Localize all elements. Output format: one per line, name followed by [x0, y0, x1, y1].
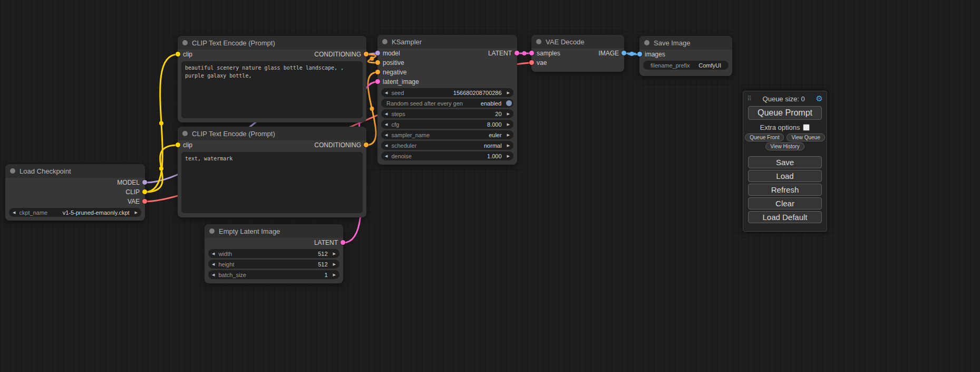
- input-port-positive[interactable]: [375, 60, 380, 65]
- output-slot: IMAGE: [598, 50, 624, 57]
- input-port-clip[interactable]: [176, 142, 180, 147]
- node-title-bar[interactable]: KSampler: [377, 35, 517, 49]
- widget-left-arrow-icon[interactable]: ◀: [208, 270, 218, 279]
- widget-scheduler[interactable]: ◀schedulernormal▶: [381, 141, 513, 150]
- input-port-images[interactable]: [637, 52, 642, 56]
- widget-right-arrow-icon[interactable]: ▶: [503, 88, 513, 97]
- refresh-button[interactable]: Refresh: [748, 184, 822, 196]
- collapse-dot-icon[interactable]: [10, 168, 15, 174]
- prompt-textarea[interactable]: beautiful scenery nature glass bottle la…: [181, 61, 363, 118]
- widget-left-arrow-icon[interactable]: ◀: [381, 109, 391, 118]
- collapse-dot-icon[interactable]: [209, 228, 215, 234]
- widget-left-arrow-icon[interactable]: ◀: [9, 208, 19, 217]
- widget-value: euler: [489, 132, 503, 138]
- collapse-dot-icon[interactable]: [182, 40, 188, 45]
- drag-handle-icon[interactable]: ⠿: [747, 95, 752, 102]
- queue-prompt-button[interactable]: Queue Prompt: [748, 106, 822, 120]
- input-port-negative[interactable]: [375, 70, 380, 74]
- node-title-text: Empty Latent Image: [219, 227, 280, 235]
- widget-batch-size[interactable]: ◀batch_size1▶: [208, 270, 339, 279]
- output-port-VAE[interactable]: [142, 199, 147, 204]
- gear-icon[interactable]: ⚙: [816, 94, 823, 103]
- widget-label: steps: [391, 111, 405, 117]
- widget-right-arrow-icon[interactable]: ▶: [503, 130, 513, 139]
- node-clip-text-encode-positive[interactable]: CLIP Text Encode (Prompt)clipCONDITIONIN…: [178, 36, 366, 122]
- load-button[interactable]: Load: [748, 170, 822, 182]
- widget-steps[interactable]: ◀steps20▶: [381, 109, 513, 118]
- view-history-button[interactable]: View History: [765, 142, 804, 150]
- node-title-text: CLIP Text Encode (Prompt): [192, 130, 275, 138]
- node-title-bar[interactable]: VAE Decode: [531, 35, 624, 49]
- widget-right-arrow-icon[interactable]: ▶: [329, 270, 339, 279]
- output-port-MODEL[interactable]: [142, 180, 147, 185]
- widget-value: enabled: [481, 100, 503, 107]
- output-port-CONDITIONING[interactable]: [364, 142, 368, 147]
- node-vae-decode[interactable]: VAE DecodesamplesIMAGEvae: [531, 35, 624, 72]
- widget-label: filename_prefix: [643, 62, 690, 69]
- widget-right-arrow-icon[interactable]: ▶: [329, 249, 339, 258]
- node-save-image[interactable]: Save Imageimagesfilename_prefixComfyUI: [639, 36, 732, 76]
- node-empty-latent-image[interactable]: Empty Latent ImageLATENT◀width512▶◀heigh…: [205, 224, 343, 283]
- widget-left-arrow-icon[interactable]: ◀: [381, 151, 391, 160]
- input-label: vae: [537, 59, 547, 66]
- output-port-LATENT[interactable]: [515, 51, 519, 55]
- link-midpoint-dot: [522, 51, 527, 55]
- widget-right-arrow-icon[interactable]: ▶: [503, 120, 513, 129]
- collapse-dot-icon[interactable]: [182, 131, 188, 136]
- widget-random-seed-after-every-gen[interactable]: Random seed after every genenabled: [381, 99, 513, 108]
- node-ksampler[interactable]: KSamplermodelLATENTpositivenegativelaten…: [377, 35, 517, 165]
- node-title-bar[interactable]: Empty Latent Image: [205, 224, 343, 238]
- widget-right-arrow-icon[interactable]: ▶: [503, 141, 513, 150]
- widget-left-arrow-icon[interactable]: ◀: [208, 249, 218, 258]
- output-port-IMAGE[interactable]: [622, 51, 626, 55]
- widget-seed[interactable]: ◀seed156680208700286▶: [381, 88, 513, 97]
- input-port-latent_image[interactable]: [375, 79, 380, 84]
- node-title-bar[interactable]: CLIP Text Encode (Prompt): [178, 36, 366, 50]
- output-port-CLIP[interactable]: [142, 189, 147, 194]
- output-port-CONDITIONING[interactable]: [364, 52, 368, 56]
- widget-left-arrow-icon[interactable]: ◀: [208, 260, 218, 269]
- collapse-dot-icon[interactable]: [536, 39, 541, 44]
- clear-button[interactable]: Clear: [748, 197, 822, 209]
- node-title-bar[interactable]: CLIP Text Encode (Prompt): [178, 127, 366, 140]
- input-port-vae[interactable]: [529, 60, 534, 65]
- prompt-textarea[interactable]: text, watermark: [181, 152, 363, 213]
- widget-left-arrow-icon[interactable]: ◀: [381, 120, 391, 129]
- extra-options-checkbox[interactable]: [803, 124, 810, 131]
- io-row: MODEL: [5, 178, 145, 187]
- output-label: VAE: [128, 198, 140, 205]
- node-load-checkpoint[interactable]: Load CheckpointMODELCLIPVAE◀ckpt_namev1-…: [5, 164, 145, 221]
- widget-left-arrow-icon[interactable]: ◀: [381, 88, 391, 97]
- widget-right-arrow-icon[interactable]: ▶: [503, 109, 513, 118]
- widget-left-arrow-icon[interactable]: ◀: [381, 141, 391, 150]
- input-port-clip[interactable]: [176, 52, 180, 56]
- input-port-samples[interactable]: [529, 51, 534, 55]
- widget-filename-prefix[interactable]: filename_prefixComfyUI: [643, 61, 729, 70]
- widget-right-arrow-icon[interactable]: ▶: [329, 260, 339, 269]
- widget-cfg[interactable]: ◀cfg8.000▶: [381, 120, 513, 129]
- widget-right-arrow-icon[interactable]: ▶: [131, 208, 141, 217]
- collapse-dot-icon[interactable]: [382, 39, 387, 44]
- collapse-dot-icon[interactable]: [644, 40, 649, 45]
- widget-left-arrow-icon[interactable]: ◀: [381, 130, 391, 139]
- widget-value: 1: [324, 272, 329, 278]
- node-clip-text-encode-negative[interactable]: CLIP Text Encode (Prompt)clipCONDITIONIN…: [178, 127, 366, 217]
- widget-sampler-name[interactable]: ◀sampler_nameeuler▶: [381, 130, 513, 139]
- io-row: negative: [377, 68, 517, 77]
- widget-height[interactable]: ◀height512▶: [208, 260, 339, 269]
- save-button[interactable]: Save: [748, 156, 822, 168]
- node-title-bar[interactable]: Save Image: [639, 36, 732, 50]
- graph-canvas[interactable]: ⠿ Queue size: 0 ⚙ Queue Prompt Extra opt…: [0, 0, 980, 372]
- extra-options-row: Extra options: [743, 123, 827, 131]
- widget-denoise[interactable]: ◀denoise1.000▶: [381, 151, 513, 160]
- output-port-LATENT[interactable]: [341, 240, 345, 245]
- queue-front-button[interactable]: Queue Front: [745, 133, 784, 141]
- load-default-button[interactable]: Load Default: [748, 211, 822, 223]
- node-title-bar[interactable]: Load Checkpoint: [5, 164, 145, 178]
- view-queue-button[interactable]: View Queue: [787, 133, 824, 141]
- toggle-knob[interactable]: [506, 100, 512, 106]
- widget-width[interactable]: ◀width512▶: [208, 249, 339, 258]
- widget-ckpt-name[interactable]: ◀ckpt_namev1-5-pruned-emaonly.ckpt▶: [9, 208, 141, 217]
- widget-right-arrow-icon[interactable]: ▶: [503, 151, 513, 160]
- input-port-model[interactable]: [375, 51, 380, 55]
